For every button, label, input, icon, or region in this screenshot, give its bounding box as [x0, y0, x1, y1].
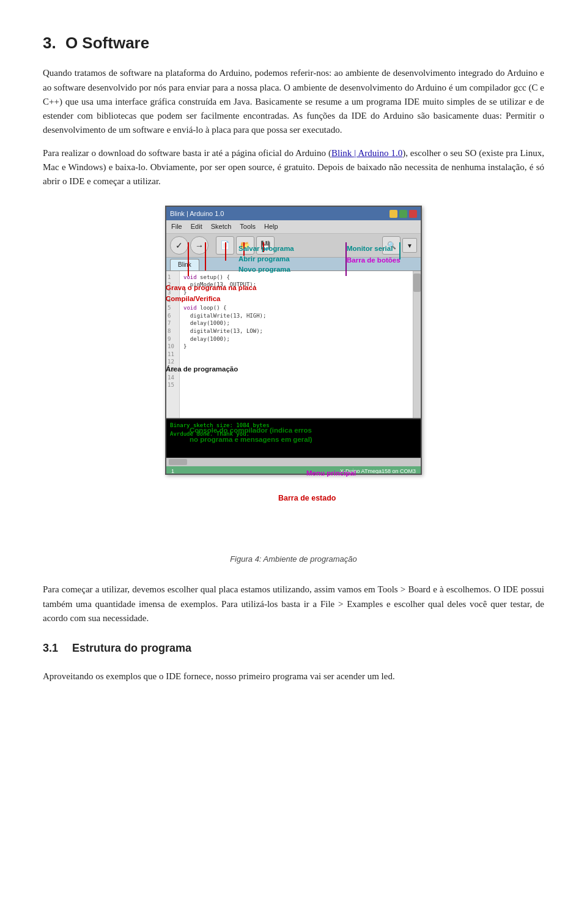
ide-menubar: File Edit Sketch Tools Help — [166, 220, 421, 234]
vertical-scrollbar[interactable] — [413, 271, 421, 418]
compila-arrow-line — [188, 242, 189, 276]
label-grava: Grava o programa na placa — [166, 283, 256, 292]
menu-help[interactable]: Help — [264, 222, 278, 232]
horizontal-scrollbar[interactable] — [166, 458, 421, 466]
ide-titlebar: Blink | Arduino 1.0 — [166, 207, 421, 220]
label-monitor: Monitor serial — [347, 244, 393, 253]
line-numbers: 123456789101112131415 — [166, 271, 180, 418]
label-novo: Novo programa — [238, 265, 290, 274]
label-salvar: Salvar programa — [238, 244, 294, 253]
minimize-btn[interactable] — [389, 210, 397, 218]
ide-statusbar: 1 X-Duino ATmega158 on COM3 — [166, 466, 421, 475]
label-area: Área de programação — [166, 365, 238, 374]
save-arrow-line — [225, 242, 226, 261]
label-console: Console do compilador (indica errosno pr… — [190, 426, 312, 444]
figure-caption: Figura 4: Ambiente de programação — [230, 553, 357, 565]
grava-arrow-line — [205, 242, 206, 270]
label-compila: Compila/Verifica — [166, 294, 220, 304]
label-barra-estado: Barra de estado — [278, 493, 336, 503]
label-barra-botoes: Barra de botões — [347, 256, 401, 265]
ide-window-controls — [389, 210, 417, 218]
dropdown-button[interactable]: ▼ — [402, 238, 417, 253]
annotated-ide-figure: Blink | Arduino 1.0 File Edit Sketch Too… — [144, 206, 443, 548]
subsection-number: 3.1 — [43, 640, 61, 657]
paragraph-2: Para realizar o download do software bas… — [43, 146, 544, 189]
menu-sketch[interactable]: Sketch — [211, 222, 232, 232]
subsection-3-1-header: 3.1 Estrutura do programa — [43, 634, 544, 663]
ide-tab-blink[interactable]: Blink — [170, 259, 199, 270]
figure-4-container: Blink | Arduino 1.0 File Edit Sketch Too… — [43, 206, 544, 565]
paragraph-3: Para começar a utilizar, devemos escolhe… — [43, 583, 544, 625]
label-abrir: Abrir programa — [238, 255, 290, 264]
subsection-title: Estrutura do programa — [72, 640, 191, 657]
menu-file[interactable]: File — [171, 222, 182, 232]
verify-button[interactable]: ✓ — [170, 236, 188, 255]
maximize-btn[interactable] — [399, 210, 407, 218]
label-menu-principal: Menu principal — [306, 469, 356, 478]
paragraph-1: Quando tratamos de software na plataform… — [43, 66, 544, 137]
section-heading-text: O Software — [65, 34, 149, 52]
code-editor[interactable]: void setup() { pinMode(13, OUTPUT); } vo… — [180, 271, 413, 418]
ide-title-text: Blink | Arduino 1.0 — [170, 209, 224, 219]
arduino-link[interactable]: Blink | Arduino 1.0 — [331, 148, 402, 158]
section-title: 3. O Software — [43, 31, 544, 55]
section-number: 3. — [43, 34, 56, 52]
ide-editor-area: 123456789101112131415 void setup() { pin… — [166, 271, 421, 418]
paragraph-2-before-link: Para realizar o download do software bas… — [43, 148, 331, 158]
menu-edit[interactable]: Edit — [191, 222, 202, 232]
status-line-number: 1 — [171, 468, 174, 475]
menu-tools[interactable]: Tools — [240, 222, 256, 232]
subsection-paragraph: Aproveitando os exemplos que o IDE forne… — [43, 669, 544, 684]
close-btn[interactable] — [409, 210, 417, 218]
